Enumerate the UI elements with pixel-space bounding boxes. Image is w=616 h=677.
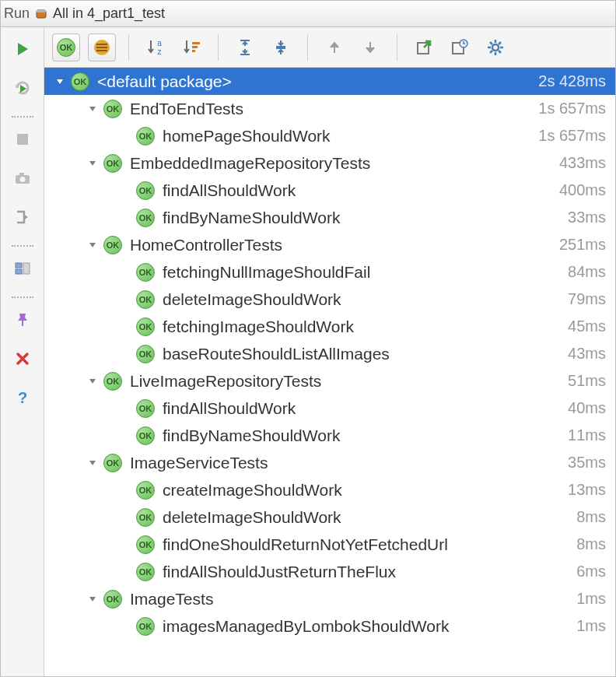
test-row[interactable]: OKimagesManagedByLombokShouldWork1ms [44, 612, 615, 640]
prev-failed-button[interactable] [320, 33, 348, 61]
test-tree[interactable]: OK<default package>2s 428msOKEndToEndTes… [44, 68, 615, 676]
test-name: imagesManagedByLombokShouldWork [163, 617, 570, 636]
status-ok-icon: OK [136, 317, 155, 336]
toolbar: OK az [44, 27, 615, 68]
rerun-button[interactable] [9, 35, 37, 63]
test-duration: 433ms [559, 154, 606, 172]
test-name: findAllShouldJustReturnTheFlux [163, 563, 570, 581]
test-duration: 8ms [576, 535, 606, 553]
test-row[interactable]: OKfindOneShouldReturnNotYetFetchedUrl8ms [44, 531, 615, 558]
sort-alpha-button[interactable]: az [142, 33, 170, 61]
toolbar-divider [128, 34, 129, 61]
sidebar-divider [12, 296, 33, 298]
history-button[interactable] [446, 33, 474, 61]
next-failed-button[interactable] [356, 33, 384, 61]
test-name: HomeControllerTests [130, 236, 553, 254]
status-ok-icon: OK [136, 345, 155, 363]
test-row[interactable]: OKbaseRouteShouldListAllImages43ms [44, 340, 615, 367]
rerun-failed-button[interactable] [9, 74, 37, 102]
svg-rect-4 [19, 173, 24, 176]
exit-button[interactable] [9, 203, 37, 231]
status-ok-icon: OK [136, 209, 155, 227]
status-ok-icon: OK [103, 236, 122, 254]
test-name: createImageShouldWork [163, 481, 562, 500]
svg-rect-6 [16, 263, 22, 268]
test-name: findAllShouldWork [163, 181, 553, 200]
pin-button[interactable] [9, 306, 37, 334]
test-name: findByNameShouldWork [163, 426, 562, 445]
test-name: deleteImageShouldWork [163, 508, 570, 527]
toolbar-divider [397, 34, 397, 61]
ok-icon: OK [57, 38, 75, 57]
test-duration: 35ms [568, 454, 606, 472]
test-row[interactable]: OKfindByNameShouldWork33ms [44, 204, 615, 231]
test-group-row[interactable]: OKEmbeddedImageRepositoryTests433ms [44, 149, 615, 177]
expand-arrow-icon[interactable] [85, 374, 100, 389]
sort-duration-button[interactable] [177, 33, 205, 61]
show-passed-button[interactable]: OK [52, 33, 80, 61]
test-row[interactable]: OKfindByNameShouldWork11ms [44, 422, 615, 449]
settings-button[interactable] [481, 33, 509, 61]
test-row[interactable]: OKcreateImageShouldWork13ms [44, 476, 615, 503]
run-config-icon [34, 7, 48, 21]
test-group-row[interactable]: OK<default package>2s 428ms [44, 68, 615, 95]
status-ok-icon: OK [103, 454, 122, 472]
svg-rect-18 [192, 46, 198, 48]
titlebar: Run All in 4_part1_test [1, 1, 615, 27]
test-duration: 400ms [559, 181, 606, 199]
svg-text:z: z [158, 47, 162, 56]
test-name: baseRouteShouldListAllImages [163, 345, 562, 363]
expand-arrow-icon[interactable] [52, 74, 68, 89]
test-group-row[interactable]: OKEndToEndTests1s 657ms [44, 95, 615, 122]
test-name: ImageServiceTests [130, 454, 562, 472]
expand-arrow-icon[interactable] [85, 237, 100, 253]
svg-point-23 [492, 44, 499, 51]
expand-arrow-icon[interactable] [85, 156, 100, 171]
test-row[interactable]: OKfindAllShouldJustReturnTheFlux6ms [44, 558, 615, 585]
test-row[interactable]: OKfindAllShouldWork400ms [44, 177, 615, 204]
test-row[interactable]: OKhomePageShouldWork1s 657ms [44, 122, 615, 149]
test-row[interactable]: OKfetchingNullImageShouldFail84ms [44, 258, 615, 286]
export-results-button[interactable] [410, 33, 438, 61]
status-ok-icon: OK [136, 535, 155, 554]
svg-text:?: ? [17, 390, 26, 405]
help-button[interactable]: ? [9, 384, 37, 412]
test-row[interactable]: OKdeleteImageShouldWork79ms [44, 286, 615, 313]
status-ok-icon: OK [136, 290, 155, 309]
test-group-row[interactable]: OKImageServiceTests35ms [44, 449, 615, 476]
test-row[interactable]: OKfetchingImageShouldWork45ms [44, 313, 615, 340]
status-ok-icon: OK [136, 481, 155, 500]
expand-arrow-icon[interactable] [85, 101, 100, 117]
test-row[interactable]: OKfindAllShouldWork40ms [44, 395, 615, 422]
sidebar-divider [12, 245, 33, 247]
test-duration: 45ms [568, 317, 606, 335]
test-group-row[interactable]: OKHomeControllerTests251ms [44, 231, 615, 258]
status-ok-icon: OK [103, 590, 122, 609]
close-button[interactable] [9, 345, 37, 373]
stop-button[interactable] [9, 125, 37, 153]
test-name: LiveImageRepositoryTests [130, 372, 562, 391]
test-duration: 1s 657ms [538, 100, 606, 118]
collapse-all-button[interactable] [267, 33, 295, 61]
test-name: fetchingImageShouldWork [163, 317, 562, 336]
dump-button[interactable] [9, 164, 37, 192]
status-ok-icon: OK [136, 508, 155, 527]
svg-rect-17 [192, 42, 200, 44]
test-name: EndToEndTests [130, 100, 532, 118]
test-duration: 2s 428ms [538, 72, 606, 90]
expand-arrow-icon[interactable] [85, 591, 100, 607]
svg-line-28 [490, 42, 492, 44]
test-duration: 251ms [559, 236, 606, 254]
expand-arrow-icon[interactable] [85, 455, 100, 471]
svg-line-29 [499, 51, 501, 53]
svg-rect-2 [17, 134, 28, 145]
test-row[interactable]: OKdeleteImageShouldWork8ms [44, 503, 615, 531]
status-ok-icon: OK [136, 563, 155, 581]
show-ignored-button[interactable] [88, 33, 116, 61]
toolbar-divider [218, 34, 219, 61]
test-group-row[interactable]: OKImageTests1ms [44, 585, 615, 612]
test-group-row[interactable]: OKLiveImageRepositoryTests51ms [44, 367, 615, 395]
expand-all-button[interactable] [231, 33, 259, 61]
layout-button[interactable] [9, 254, 37, 282]
svg-point-5 [19, 177, 25, 182]
